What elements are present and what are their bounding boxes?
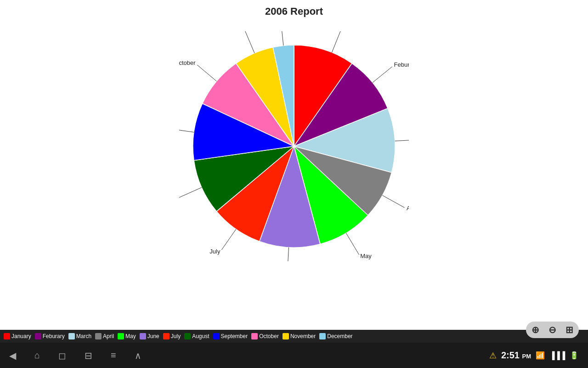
home-button[interactable]: ⌂: [34, 350, 40, 361]
legend-label-april: April: [103, 333, 114, 339]
chart-area: JanuaryFeburaryMarchAprilMayJuneJulyAugu…: [156, 22, 432, 280]
main-content: 2006 Report JanuaryFeburaryMarchAprilMay…: [0, 0, 588, 304]
legend-strip: JanuaryFeburaryMarchAprilMayJuneJulyAugu…: [0, 330, 588, 343]
svg-line-16: [179, 129, 194, 132]
recents-button[interactable]: ◻: [58, 350, 66, 361]
legend-label-july: July: [171, 333, 181, 339]
svg-text:July: July: [209, 248, 220, 255]
legend-swatch-july: [163, 333, 170, 339]
up-button[interactable]: ∧: [135, 350, 141, 361]
back-button[interactable]: ◀: [9, 350, 16, 361]
zoom-in-button[interactable]: ⊕: [531, 324, 539, 335]
legend-item-april: April: [95, 333, 114, 339]
svg-line-2: [373, 67, 392, 83]
bluetooth-icon: 📶: [536, 351, 545, 360]
legend-item-march: March: [68, 333, 91, 339]
svg-line-22: [281, 31, 283, 46]
battery-icon: 🔋: [570, 351, 579, 360]
legend-item-december: December: [319, 333, 352, 339]
svg-line-0: [332, 31, 341, 52]
warning-icon: ⚠: [489, 351, 497, 361]
legend-swatch-october: [251, 333, 258, 339]
legend-swatch-september: [213, 333, 220, 339]
bottom-bar: ◀ ⌂ ◻ ⊟ ≡ ∧ ⚠ 2:51 PM 📶 ▐▐▐ 🔋: [0, 343, 588, 368]
legend-label-may: May: [125, 333, 136, 339]
legend-label-june: June: [147, 333, 159, 339]
legend-item-june: June: [140, 333, 159, 339]
svg-line-18: [197, 65, 216, 81]
legend-item-january: January: [4, 333, 31, 339]
legend-item-feburary: Feburary: [35, 333, 65, 339]
pie-chart: JanuaryFeburaryMarchAprilMayJuneJulyAugu…: [179, 31, 409, 261]
legend-label-feburary: Feburary: [43, 333, 65, 339]
legend-swatch-november: [283, 333, 289, 339]
svg-text:Feburary: Feburary: [394, 61, 409, 68]
screenshot-button[interactable]: ⊟: [85, 350, 92, 361]
zoom-controls: ⊕ ⊖ ⊞: [526, 322, 579, 338]
time-display: 2:51 PM: [501, 350, 531, 361]
svg-line-8: [346, 233, 359, 255]
legend-label-march: March: [76, 333, 91, 339]
status-bar-right: ⚠ 2:51 PM 📶 ▐▐▐ 🔋: [489, 350, 579, 361]
legend-label-september: September: [221, 333, 248, 339]
svg-text:October: October: [179, 59, 196, 66]
svg-line-12: [221, 229, 236, 250]
legend-swatch-april: [95, 333, 102, 339]
legend-label-august: August: [192, 333, 209, 339]
legend-swatch-june: [140, 333, 146, 339]
legend-swatch-august: [184, 333, 191, 339]
chart-title: 2006 Report: [265, 6, 323, 17]
legend-item-july: July: [163, 333, 181, 339]
menu-button[interactable]: ≡: [111, 350, 116, 361]
svg-line-4: [395, 140, 409, 141]
svg-text:May: May: [360, 253, 372, 259]
legend-item-august: August: [184, 333, 209, 339]
signal-icon: ▐▐▐: [549, 351, 565, 360]
legend-swatch-may: [118, 333, 124, 339]
legend-item-may: May: [118, 333, 136, 339]
svg-line-6: [382, 196, 404, 208]
legend-item-october: October: [251, 333, 279, 339]
svg-text:April: April: [407, 205, 409, 212]
legend-swatch-march: [68, 333, 75, 339]
zoom-out-button[interactable]: ⊖: [548, 324, 556, 335]
nav-icons: ◀ ⌂ ◻ ⊟ ≡ ∧: [9, 350, 141, 361]
zoom-fit-button[interactable]: ⊞: [565, 324, 573, 335]
legend-label-january: January: [11, 333, 31, 339]
legend-label-october: October: [259, 333, 279, 339]
legend-swatch-feburary: [35, 333, 41, 339]
legend-swatch-december: [319, 333, 326, 339]
legend-item-september: September: [213, 333, 248, 339]
svg-line-10: [288, 247, 289, 261]
svg-line-20: [245, 31, 254, 53]
legend-label-november: November: [290, 333, 316, 339]
legend-swatch-january: [4, 333, 10, 339]
legend-label-december: December: [327, 333, 352, 339]
legend-item-november: November: [283, 333, 316, 339]
svg-line-14: [179, 187, 202, 197]
